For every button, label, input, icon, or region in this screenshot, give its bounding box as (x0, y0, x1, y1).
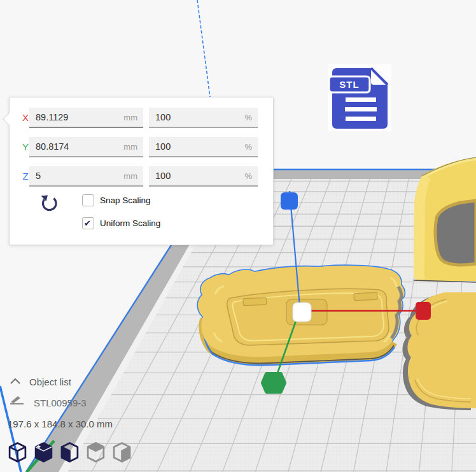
view-right-icon[interactable] (112, 441, 132, 465)
object-list-item[interactable]: STL00959-3 (34, 397, 87, 408)
view-3d-icon[interactable] (8, 441, 27, 465)
view-top-icon[interactable] (86, 441, 106, 465)
scale-row-y: Y 80.8174 mm 100 % (10, 137, 273, 157)
model-dimensions: 197.6 x 184.8 x 30.0 mm (8, 418, 113, 429)
gizmo-z-handle[interactable] (281, 192, 298, 210)
gizmo-y-handle[interactable] (263, 374, 284, 392)
cura-viewport: STL X 89.1129 mm 100 % Y 80.8174 mm (0, 0, 476, 472)
view-left-icon[interactable] (60, 441, 80, 465)
y-percent-input[interactable]: 100 % (149, 137, 258, 157)
checkmark-icon: ✔ (84, 218, 91, 229)
model-cookie-cutter[interactable] (414, 157, 476, 282)
scale-row-z: Z 5 mm 100 % (10, 166, 273, 187)
gizmo-center-handle[interactable] (293, 303, 311, 322)
z-size-input[interactable]: 5 mm (29, 166, 143, 187)
gizmo-x-handle[interactable] (416, 302, 431, 320)
uniform-scaling-label: Uniform Scaling (100, 218, 160, 228)
x-percent-input[interactable]: 100 % (149, 108, 258, 128)
x-size-input[interactable]: 89.1129 mm (29, 108, 143, 128)
snap-scaling-checkbox[interactable] (82, 194, 94, 206)
snap-scaling-label: Snap Scaling (100, 196, 151, 205)
chevron-up-icon[interactable] (9, 376, 22, 385)
camera-view-toolbar (8, 441, 132, 466)
stl-file-icon: STL (328, 64, 391, 131)
stl-badge-text: STL (339, 79, 359, 90)
origin-z-axis-line (197, 0, 210, 97)
object-list-header[interactable]: Object list (29, 376, 71, 387)
uniform-scaling-checkbox[interactable]: ✔ (82, 217, 94, 229)
y-size-input[interactable]: 80.8174 mm (29, 137, 143, 157)
z-percent-input[interactable]: 100 % (149, 166, 258, 187)
model-bread-unselected[interactable] (402, 292, 476, 410)
reset-scale-button[interactable] (40, 195, 58, 213)
scale-tool-panel: X 89.1129 mm 100 % Y 80.8174 mm 100 % Z (9, 97, 274, 245)
reset-arrow-icon (40, 195, 58, 213)
pencil-icon (9, 396, 25, 404)
scale-row-x: X 89.1129 mm 100 % (10, 108, 273, 128)
view-front-icon[interactable] (34, 441, 53, 465)
